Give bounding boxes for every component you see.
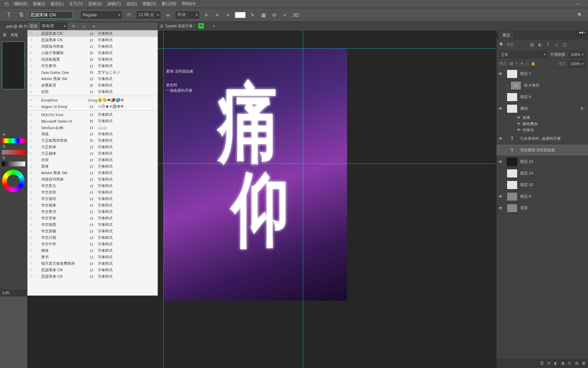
font-list-item[interactable]: ☆鸿雷拙书简体O字体样式 (28, 176, 158, 183)
menu-item[interactable]: 3D(D) (124, 1, 139, 7)
fx-icon[interactable]: fx (548, 361, 551, 366)
warp-text-icon[interactable]: ✎ (248, 11, 257, 19)
align-right-icon[interactable]: ≡ (224, 11, 232, 19)
filter-adjust-icon[interactable]: ◐ (537, 42, 543, 48)
star-filter-icon[interactable]: ☆ (80, 22, 88, 30)
star-icon[interactable]: ☆ (30, 171, 34, 175)
layer-row[interactable]: ›🗀组 4 拷贝 (496, 80, 588, 91)
search-icon[interactable]: 🔍 (576, 11, 584, 19)
star-icon[interactable]: ☆ (30, 197, 34, 201)
tk-filter-icon[interactable]: Tk (69, 22, 78, 30)
eye-icon[interactable]: 👁 (499, 106, 504, 111)
layer-row[interactable]: 👁图层 7 (496, 68, 588, 80)
font-list-item[interactable]: ☆Microsoft YaHei UITr字体样式 (28, 118, 158, 124)
fill-input[interactable]: 100% (569, 60, 585, 67)
star-icon[interactable]: ☆ (30, 51, 34, 55)
eye-icon[interactable]: 👁 (517, 128, 521, 132)
font-list-item[interactable]: ☆›等线O字体样式 (28, 131, 158, 137)
font-list-item[interactable]: ☆华文楷体O字体样式 (28, 202, 158, 209)
layer-type-filter[interactable]: 类型 (506, 42, 527, 47)
menu-item[interactable]: 文字(Y) (67, 0, 85, 7)
collapse-icon[interactable]: ◀◀ ≡ (576, 31, 588, 36)
lock-pixels-icon[interactable]: ▦ (510, 61, 513, 66)
layer-row[interactable]: 👁图层 8 (496, 191, 588, 202)
trash-icon[interactable]: 🗑 (582, 361, 586, 366)
font-list-item[interactable]: ☆›思源黑体 CNO字体样式 (28, 267, 158, 273)
font-size-select[interactable]: 12.58 点 (137, 11, 161, 19)
star-icon[interactable]: ☆ (30, 90, 34, 94)
star-icon[interactable]: ☆ (30, 274, 34, 279)
char-panel-icon[interactable]: ▦ (259, 11, 267, 19)
eye-icon[interactable]: 👁 (517, 122, 521, 126)
star-icon[interactable]: ☆ (30, 184, 34, 188)
eye-icon[interactable]: 👁 (499, 159, 504, 164)
font-list-item[interactable]: ☆›思源宋体 CNO字体样式 (28, 273, 158, 280)
layer-row[interactable]: 👁T它从发生时...血腥的灾难 (496, 133, 588, 144)
eye-icon[interactable]: 👁 (499, 72, 504, 76)
star-icon[interactable]: ☆ (30, 151, 34, 156)
font-list-item[interactable]: ☆方正舒体O字体样式 (28, 144, 158, 150)
layer-row[interactable]: 图层 9 (496, 91, 588, 103)
left-tabs[interactable]: 器画笔 (0, 31, 27, 40)
font-list-item[interactable]: ☆华文中宋O字体样式 (28, 241, 158, 247)
new-layer-icon[interactable]: ⊞ (575, 361, 578, 366)
mask-icon[interactable]: ◐ (554, 361, 557, 366)
star-icon[interactable]: ☆ (30, 158, 34, 162)
font-list-item[interactable]: ☆华文宋体O字体样式 (28, 215, 158, 221)
menu-item[interactable]: 窗口(W) (160, 0, 178, 7)
antialias-select[interactable]: 半消 (176, 11, 199, 19)
menu-item[interactable]: 视图(V) (141, 0, 158, 7)
font-list-item[interactable]: ☆方正姚体O字体样式 (28, 150, 158, 157)
font-list-item[interactable]: ☆Adobe 黑体 StdO字体样式 (28, 76, 158, 82)
font-list-item[interactable]: ☆优设标题黑Tr字体样式 (28, 56, 158, 63)
font-list-item[interactable]: ☆仿宋O字体样式 (28, 89, 158, 95)
minimize-icon[interactable]: — (572, 1, 585, 7)
adjust-icon[interactable]: ◑ (561, 361, 564, 366)
font-list-item[interactable]: ☆仿宋O字体样式 (28, 157, 158, 163)
eye-icon[interactable]: 👁 (517, 116, 521, 120)
menu-item[interactable]: 编辑(E) (12, 0, 30, 7)
layer-row[interactable]: 👁图层 13 (496, 156, 588, 168)
hue-slider[interactable] (2, 138, 25, 143)
star-icon[interactable]: ☆ (30, 164, 34, 169)
star-icon[interactable]: ☆ (30, 125, 34, 130)
font-list-item[interactable]: ☆DOUYU FontO字体样式 (28, 111, 158, 118)
similar-filter-icon[interactable]: ≈ (90, 22, 98, 30)
group-icon[interactable]: 🗀 (568, 361, 572, 366)
opacity-input[interactable]: 100% (569, 51, 585, 58)
font-list-item[interactable]: ☆黑体O字体样式 (28, 163, 158, 170)
font-family-input[interactable] (29, 11, 73, 19)
menu-item[interactable]: 帮助(H) (180, 0, 198, 7)
font-list-item[interactable]: ☆锐字真言体免费商用O字体样式 (28, 260, 158, 267)
font-list-item[interactable]: ☆Adobe 黑体 StdO字体样式 (28, 170, 158, 176)
filter-smart-icon[interactable]: ◫ (561, 42, 568, 48)
font-list-item[interactable]: ☆楷体O字体样式 (28, 247, 158, 254)
star-icon[interactable]: ☆ (30, 229, 34, 233)
font-weight-select[interactable]: Regular (81, 11, 122, 19)
font-list-item[interactable]: ☆隶书O字体样式 (28, 254, 158, 260)
font-list-item[interactable]: ☆鸿雷拙书简体O字体样式 (28, 43, 158, 50)
font-list-item[interactable]: ☆Segoe UI EmojiO☺☹☻✈⚽♻❄ (28, 103, 158, 110)
filter-text-icon[interactable]: T (545, 42, 551, 48)
star-icon[interactable]: ☆ (30, 216, 34, 220)
menu-item[interactable]: 滤镜(T) (105, 0, 122, 7)
text-orient-icon[interactable]: ⇅ (16, 10, 26, 20)
blend-mode-select[interactable]: 正常 (499, 51, 548, 58)
star-icon[interactable]: ☆ (30, 98, 34, 102)
font-list-item[interactable]: ☆SimSun-ExtBO□□□□ (28, 124, 158, 131)
font-list-item[interactable]: ☆华文彩云O字体样式 (28, 183, 158, 189)
layer-effect[interactable]: 👁颜色叠加 (496, 121, 588, 127)
star-icon[interactable]: ☆ (30, 203, 34, 208)
eye-icon[interactable]: 👁 (499, 136, 504, 141)
font-list-item[interactable]: ☆华文仿宋O字体样式 (28, 189, 158, 196)
filter-image-icon[interactable]: ▧ (529, 42, 535, 48)
font-dropdown-list[interactable]: ☆›思源宋体 CNO字体样式☆›思源黑体 CNO字体样式☆鸿雷拙书简体O字体样式… (27, 30, 158, 296)
font-list-item[interactable]: ☆余繁新语Tr字体样式 (28, 82, 158, 89)
star-icon[interactable]: ☆ (30, 235, 34, 240)
color-wheel[interactable] (2, 170, 24, 192)
star-icon[interactable]: ☆ (30, 112, 34, 117)
lock-artboard-icon[interactable]: ◫ (525, 61, 529, 66)
star-icon[interactable]: ☆ (30, 44, 34, 49)
star-icon[interactable]: ☆ (30, 223, 34, 227)
cancel-icon[interactable]: ⊘ (270, 11, 278, 19)
